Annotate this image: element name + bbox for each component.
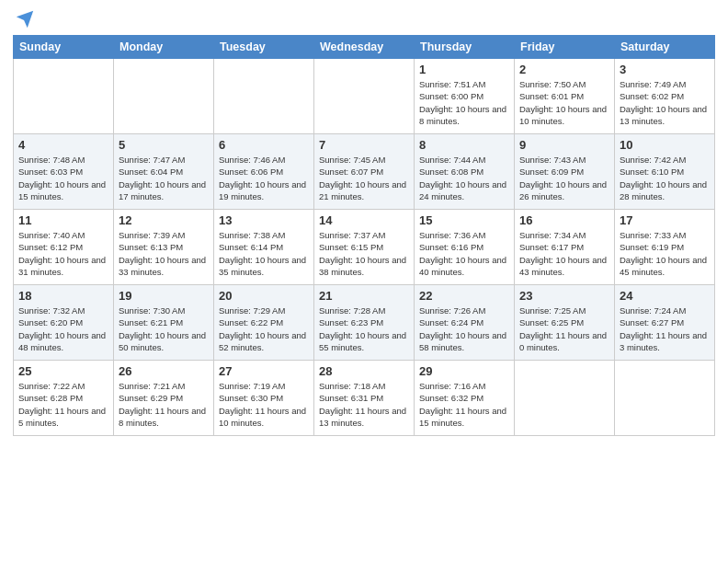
day-number: 18 bbox=[18, 289, 108, 303]
day-header-saturday: Saturday bbox=[615, 36, 715, 59]
day-number: 28 bbox=[319, 364, 409, 378]
day-number: 4 bbox=[18, 138, 108, 152]
calendar-cell bbox=[14, 59, 114, 134]
calendar-cell bbox=[615, 361, 715, 436]
day-info: Sunrise: 7:38 AM Sunset: 6:14 PM Dayligh… bbox=[219, 229, 309, 278]
day-info: Sunrise: 7:37 AM Sunset: 6:15 PM Dayligh… bbox=[319, 229, 409, 278]
calendar-cell: 22Sunrise: 7:26 AM Sunset: 6:24 PM Dayli… bbox=[415, 285, 515, 361]
calendar-cell: 6Sunrise: 7:46 AM Sunset: 6:06 PM Daylig… bbox=[214, 134, 314, 210]
week-row-3: 18Sunrise: 7:32 AM Sunset: 6:20 PM Dayli… bbox=[14, 285, 715, 361]
calendar-cell: 19Sunrise: 7:30 AM Sunset: 6:21 PM Dayli… bbox=[114, 285, 214, 361]
day-header-friday: Friday bbox=[515, 36, 615, 59]
day-header-monday: Monday bbox=[114, 36, 214, 59]
day-number: 2 bbox=[519, 63, 609, 76]
day-number: 7 bbox=[319, 138, 409, 152]
day-info: Sunrise: 7:48 AM Sunset: 6:03 PM Dayligh… bbox=[18, 154, 108, 202]
day-number: 22 bbox=[419, 289, 509, 303]
calendar-cell bbox=[214, 59, 314, 134]
day-info: Sunrise: 7:26 AM Sunset: 6:24 PM Dayligh… bbox=[419, 304, 509, 353]
day-number: 25 bbox=[18, 364, 108, 378]
day-number: 29 bbox=[419, 364, 509, 378]
day-number: 23 bbox=[519, 289, 609, 303]
logo-text bbox=[13, 9, 35, 29]
calendar-cell: 2Sunrise: 7:50 AM Sunset: 6:01 PM Daylig… bbox=[515, 59, 615, 134]
day-info: Sunrise: 7:29 AM Sunset: 6:22 PM Dayligh… bbox=[219, 304, 309, 353]
day-info: Sunrise: 7:16 AM Sunset: 6:32 PM Dayligh… bbox=[419, 380, 509, 429]
day-info: Sunrise: 7:22 AM Sunset: 6:28 PM Dayligh… bbox=[18, 380, 108, 429]
day-info: Sunrise: 7:51 AM Sunset: 6:00 PM Dayligh… bbox=[419, 78, 509, 127]
day-info: Sunrise: 7:46 AM Sunset: 6:06 PM Dayligh… bbox=[219, 154, 309, 202]
day-number: 9 bbox=[519, 138, 609, 152]
day-number: 16 bbox=[519, 213, 609, 227]
day-info: Sunrise: 7:32 AM Sunset: 6:20 PM Dayligh… bbox=[18, 304, 108, 353]
day-info: Sunrise: 7:19 AM Sunset: 6:30 PM Dayligh… bbox=[219, 380, 309, 429]
day-number: 10 bbox=[620, 138, 710, 152]
calendar-cell: 26Sunrise: 7:21 AM Sunset: 6:29 PM Dayli… bbox=[114, 361, 214, 436]
day-info: Sunrise: 7:42 AM Sunset: 6:10 PM Dayligh… bbox=[620, 154, 710, 202]
day-info: Sunrise: 7:25 AM Sunset: 6:25 PM Dayligh… bbox=[519, 304, 609, 353]
day-info: Sunrise: 7:36 AM Sunset: 6:16 PM Dayligh… bbox=[419, 229, 509, 278]
calendar-cell: 20Sunrise: 7:29 AM Sunset: 6:22 PM Dayli… bbox=[214, 285, 314, 361]
day-number: 3 bbox=[620, 63, 710, 76]
calendar-cell: 16Sunrise: 7:34 AM Sunset: 6:17 PM Dayli… bbox=[515, 210, 615, 285]
calendar-cell: 29Sunrise: 7:16 AM Sunset: 6:32 PM Dayli… bbox=[415, 361, 515, 436]
day-info: Sunrise: 7:43 AM Sunset: 6:09 PM Dayligh… bbox=[519, 154, 609, 202]
day-info: Sunrise: 7:50 AM Sunset: 6:01 PM Dayligh… bbox=[519, 78, 609, 127]
calendar-cell: 5Sunrise: 7:47 AM Sunset: 6:04 PM Daylig… bbox=[114, 134, 214, 210]
week-row-4: 25Sunrise: 7:22 AM Sunset: 6:28 PM Dayli… bbox=[14, 361, 715, 436]
day-number: 11 bbox=[18, 213, 108, 227]
calendar-cell: 9Sunrise: 7:43 AM Sunset: 6:09 PM Daylig… bbox=[515, 134, 615, 210]
calendar-cell: 21Sunrise: 7:28 AM Sunset: 6:23 PM Dayli… bbox=[314, 285, 415, 361]
day-number: 21 bbox=[319, 289, 409, 303]
day-info: Sunrise: 7:28 AM Sunset: 6:23 PM Dayligh… bbox=[319, 304, 409, 353]
calendar-cell: 8Sunrise: 7:44 AM Sunset: 6:08 PM Daylig… bbox=[415, 134, 515, 210]
calendar-cell: 17Sunrise: 7:33 AM Sunset: 6:19 PM Dayli… bbox=[615, 210, 715, 285]
week-row-2: 11Sunrise: 7:40 AM Sunset: 6:12 PM Dayli… bbox=[14, 210, 715, 285]
day-header-wednesday: Wednesday bbox=[314, 36, 415, 59]
day-info: Sunrise: 7:33 AM Sunset: 6:19 PM Dayligh… bbox=[620, 229, 710, 278]
calendar-cell: 1Sunrise: 7:51 AM Sunset: 6:00 PM Daylig… bbox=[415, 59, 515, 134]
calendar-cell: 3Sunrise: 7:49 AM Sunset: 6:02 PM Daylig… bbox=[615, 59, 715, 134]
day-info: Sunrise: 7:40 AM Sunset: 6:12 PM Dayligh… bbox=[18, 229, 108, 278]
week-row-0: 1Sunrise: 7:51 AM Sunset: 6:00 PM Daylig… bbox=[14, 59, 715, 134]
day-number: 15 bbox=[419, 213, 509, 227]
calendar-cell bbox=[114, 59, 214, 134]
day-number: 26 bbox=[119, 364, 209, 378]
day-info: Sunrise: 7:30 AM Sunset: 6:21 PM Dayligh… bbox=[119, 304, 209, 353]
calendar-table: SundayMondayTuesdayWednesdayThursdayFrid… bbox=[13, 35, 715, 436]
day-number: 6 bbox=[219, 138, 309, 152]
day-info: Sunrise: 7:47 AM Sunset: 6:04 PM Dayligh… bbox=[119, 154, 209, 202]
calendar-cell: 14Sunrise: 7:37 AM Sunset: 6:15 PM Dayli… bbox=[314, 210, 415, 285]
calendar-cell: 7Sunrise: 7:45 AM Sunset: 6:07 PM Daylig… bbox=[314, 134, 415, 210]
day-number: 19 bbox=[119, 289, 209, 303]
calendar-cell: 18Sunrise: 7:32 AM Sunset: 6:20 PM Dayli… bbox=[14, 285, 114, 361]
day-number: 14 bbox=[319, 213, 409, 227]
calendar-cell: 13Sunrise: 7:38 AM Sunset: 6:14 PM Dayli… bbox=[214, 210, 314, 285]
day-info: Sunrise: 7:24 AM Sunset: 6:27 PM Dayligh… bbox=[620, 304, 710, 353]
day-number: 12 bbox=[119, 213, 209, 227]
calendar-cell bbox=[314, 59, 415, 134]
calendar-cell: 27Sunrise: 7:19 AM Sunset: 6:30 PM Dayli… bbox=[214, 361, 314, 436]
calendar-cell: 12Sunrise: 7:39 AM Sunset: 6:13 PM Dayli… bbox=[114, 210, 214, 285]
day-number: 13 bbox=[219, 213, 309, 227]
day-header-thursday: Thursday bbox=[415, 36, 515, 59]
day-number: 20 bbox=[219, 289, 309, 303]
day-number: 1 bbox=[419, 63, 509, 76]
calendar-cell: 10Sunrise: 7:42 AM Sunset: 6:10 PM Dayli… bbox=[615, 134, 715, 210]
day-info: Sunrise: 7:44 AM Sunset: 6:08 PM Dayligh… bbox=[419, 154, 509, 202]
calendar-cell: 28Sunrise: 7:18 AM Sunset: 6:31 PM Dayli… bbox=[314, 361, 415, 436]
day-number: 27 bbox=[219, 364, 309, 378]
day-info: Sunrise: 7:21 AM Sunset: 6:29 PM Dayligh… bbox=[119, 380, 209, 429]
calendar-cell: 24Sunrise: 7:24 AM Sunset: 6:27 PM Dayli… bbox=[615, 285, 715, 361]
day-number: 24 bbox=[620, 289, 710, 303]
week-row-1: 4Sunrise: 7:48 AM Sunset: 6:03 PM Daylig… bbox=[14, 134, 715, 210]
day-header-sunday: Sunday bbox=[14, 36, 114, 59]
day-info: Sunrise: 7:39 AM Sunset: 6:13 PM Dayligh… bbox=[119, 229, 209, 278]
day-number: 5 bbox=[119, 138, 209, 152]
logo bbox=[13, 9, 35, 29]
calendar-cell: 11Sunrise: 7:40 AM Sunset: 6:12 PM Dayli… bbox=[14, 210, 114, 285]
calendar-cell: 25Sunrise: 7:22 AM Sunset: 6:28 PM Dayli… bbox=[14, 361, 114, 436]
day-header-tuesday: Tuesday bbox=[214, 36, 314, 59]
day-info: Sunrise: 7:45 AM Sunset: 6:07 PM Dayligh… bbox=[319, 154, 409, 202]
header bbox=[13, 9, 715, 29]
